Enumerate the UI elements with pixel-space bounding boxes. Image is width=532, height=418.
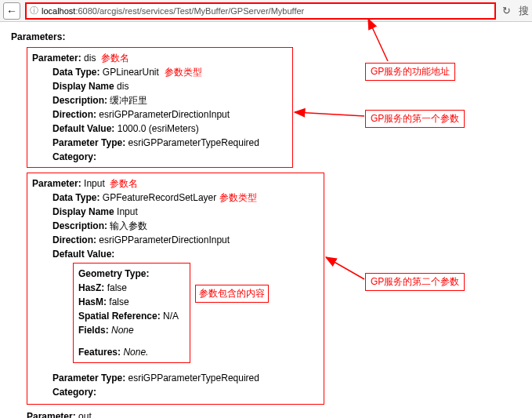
param-input-category: Category: <box>52 385 319 399</box>
geom-fields: Fields: None <box>78 323 185 337</box>
param-input-box: Parameter: Input 参数名 Data Type: GPFeatur… <box>27 173 324 405</box>
geometry-box: Geometry Type: HasZ: false HasM: false S… <box>73 263 190 363</box>
callout-inner: 参数包含的内容 <box>195 285 269 303</box>
param-input-ptype: Parameter Type: esriGPParameterTypeRequi… <box>52 371 319 385</box>
back-icon: ← <box>6 5 17 17</box>
url-text: localhost:6080/arcgis/rest/services/Test… <box>42 6 304 16</box>
param-input-description: Description: 输入参数 <box>52 219 319 233</box>
page-content: GP服务的功能地址 GP服务的第一个参数 GP服务的第二个参数 Paramete… <box>0 22 532 418</box>
param-input-name: Parameter: Input 参数名 <box>32 176 319 191</box>
param-input-datatype: Data Type: GPFeatureRecordSetLayer 参数类型 <box>52 191 319 205</box>
refresh-icon[interactable]: ↻ <box>502 5 511 16</box>
geom-features: Features: None. <box>78 345 185 359</box>
url-bar[interactable]: ⓘ localhost:6080/arcgis/rest/services/Te… <box>25 2 496 20</box>
browser-nav-bar: ← ⓘ localhost:6080/arcgis/rest/services/… <box>0 0 532 22</box>
info-icon: ⓘ <box>30 5 38 16</box>
geom-type: Geometry Type: <box>78 267 185 281</box>
param-input-direction: Direction: esriGPParameterDirectionInput <box>52 233 319 247</box>
nav-right: ↻ 搜 <box>502 4 529 18</box>
geom-hasm: HasM: false <box>78 295 185 309</box>
geom-sr: Spatial Reference: N/A <box>78 309 185 323</box>
svg-line-3 <box>326 257 364 279</box>
svg-line-2 <box>295 112 364 116</box>
ann-param-type-2: 参数类型 <box>219 192 257 203</box>
search-icon[interactable]: 搜 <box>519 4 529 18</box>
param-input-displayname: Display Name Input <box>52 205 319 219</box>
param-input-default: Default Value: <box>52 247 319 261</box>
svg-line-1 <box>368 19 388 61</box>
geom-hasz: HasZ: false <box>78 281 185 295</box>
ann-param-name-2: 参数名 <box>110 178 138 189</box>
back-button[interactable]: ← <box>3 2 20 20</box>
